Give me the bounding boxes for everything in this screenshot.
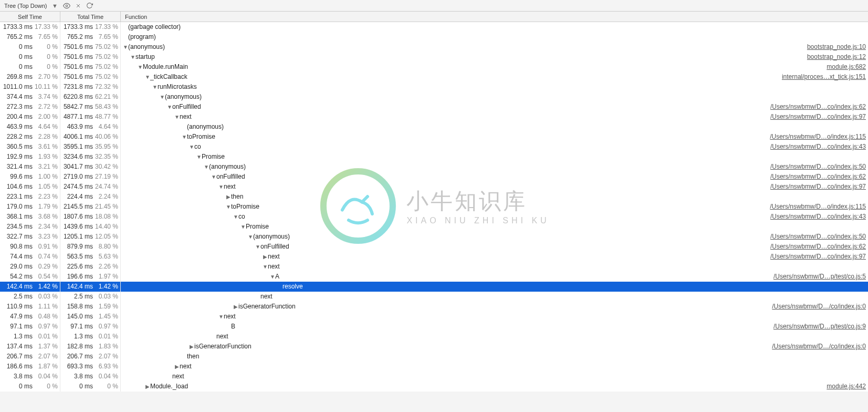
disclosure-triangle-icon[interactable]: ▼ (218, 312, 224, 322)
tree-row[interactable]: 179.0 ms1.79 %2145.5 ms21.45 %▼toPromise… (0, 202, 868, 212)
tree-row[interactable]: 186.6 ms1.87 %693.3 ms6.93 %▶next (0, 362, 868, 372)
disclosure-triangle-icon[interactable]: ▼ (211, 172, 216, 182)
tree-row[interactable]: 223.1 ms2.23 %224.4 ms2.24 %▶then (0, 192, 868, 202)
tree-row[interactable]: 47.9 ms0.48 %145.0 ms1.45 %▼next (0, 312, 868, 322)
tree-row[interactable]: 110.9 ms1.11 %158.8 ms1.59 %▶isGenerator… (0, 302, 868, 312)
source-link[interactable]: bootstrap_node.js:12 (807, 52, 866, 62)
eye-icon[interactable] (63, 2, 70, 9)
tree-row[interactable]: 0 ms0 %0 ms0 %▶Module._loadmodule.js:442 (0, 382, 868, 392)
tree-row[interactable]: 0 ms0 %7501.6 ms75.02 %▼Module.runMainmo… (0, 62, 868, 72)
tree-row[interactable]: 321.4 ms3.21 %3041.7 ms30.42 %▼(anonymou… (0, 162, 868, 172)
source-link[interactable]: module.js:682 (827, 62, 866, 72)
disclosure-triangle-icon[interactable]: ▼ (182, 132, 187, 142)
col-self-time[interactable]: Self Time (0, 12, 60, 22)
source-link[interactable]: /Users/nswbmw/D…o/index.js:115 (770, 132, 866, 142)
tree-row[interactable]: 137.4 ms1.37 %182.8 ms1.83 %▶isGenerator… (0, 342, 868, 352)
disclosure-triangle-icon[interactable]: ▼ (160, 92, 165, 102)
source-link[interactable]: /Users/nswbmw/D…p/test/co.js:5 (773, 272, 866, 282)
tree-row[interactable]: 206.7 ms2.07 %206.7 ms2.07 %then (0, 352, 868, 362)
disclosure-triangle-icon[interactable]: ▶ (226, 192, 231, 202)
source-link[interactable]: bootstrap_node.js:10 (807, 42, 866, 52)
tree-row[interactable]: 54.2 ms0.54 %196.6 ms1.97 %▼A/Users/nswb… (0, 272, 868, 282)
tree-row[interactable]: 104.6 ms1.05 %2474.5 ms24.74 %▼next/User… (0, 182, 868, 192)
source-link[interactable]: internal/proces…xt_tick.js:151 (782, 72, 866, 82)
tree-row[interactable]: 99.6 ms1.00 %2719.0 ms27.19 %▼onFulfille… (0, 172, 868, 182)
tree-row[interactable]: 368.1 ms3.68 %1807.6 ms18.08 %▼co/Users/… (0, 212, 868, 222)
disclosure-triangle-icon[interactable]: ▼ (123, 42, 128, 52)
source-link[interactable]: /Users/nswbmw/D…co/index.js:43 (770, 212, 866, 222)
source-link[interactable]: /Users/nswbmw/D…p/test/co.js:9 (773, 322, 866, 332)
tree-row[interactable]: 200.4 ms2.00 %4877.1 ms48.77 %▼next/User… (0, 112, 868, 122)
disclosure-triangle-icon[interactable]: ▼ (152, 82, 158, 92)
disclosure-triangle-icon[interactable]: ▼ (270, 272, 275, 282)
col-function[interactable]: Function (121, 12, 868, 22)
col-total-time[interactable]: Total Time (60, 12, 121, 22)
tree-row[interactable]: 234.5 ms2.34 %1439.6 ms14.40 %▼Promise (0, 222, 868, 232)
disclosure-triangle-icon[interactable]: ▼ (248, 232, 253, 242)
dropdown-icon[interactable]: ▼ (51, 2, 59, 9)
disclosure-triangle-icon[interactable]: ▼ (189, 142, 194, 152)
tree-row[interactable]: 2.5 ms0.03 %2.5 ms0.03 %next (0, 292, 868, 302)
disclosure-triangle-icon[interactable]: ▼ (145, 72, 150, 82)
tree-row[interactable]: 29.0 ms0.29 %225.6 ms2.26 %▼next (0, 262, 868, 272)
source-link[interactable]: /Users/nswbmw/D…/co/index.js:0 (772, 342, 866, 352)
tree-row[interactable]: 0 ms0 %7501.6 ms75.02 %▼startupbootstrap… (0, 52, 868, 62)
source-link[interactable]: /Users/nswbmw/D…co/index.js:62 (770, 102, 866, 112)
tree-row[interactable]: 374.4 ms3.74 %6220.8 ms62.21 %▼(anonymou… (0, 92, 868, 102)
disclosure-triangle-icon[interactable]: ▼ (167, 102, 172, 112)
source-link[interactable]: /Users/nswbmw/D…co/index.js:50 (770, 162, 866, 172)
disclosure-triangle-icon[interactable]: ▼ (130, 52, 135, 62)
self-ms: 0 ms (2, 42, 33, 52)
disclosure-triangle-icon[interactable]: ▼ (255, 242, 260, 252)
tree-row[interactable]: 90.8 ms0.91 %879.9 ms8.80 %▼onFulfilled/… (0, 242, 868, 252)
disclosure-triangle-icon[interactable]: ▶ (233, 302, 238, 312)
tree-row[interactable]: 1733.3 ms17.33 %1733.3 ms17.33 %(garbage… (0, 22, 868, 32)
tree-row[interactable]: 192.9 ms1.93 %3234.6 ms32.35 %▼Promise (0, 152, 868, 162)
refresh-icon[interactable] (86, 2, 93, 9)
source-link[interactable]: /Users/nswbmw/D…co/index.js:97 (770, 182, 866, 192)
source-link[interactable]: /Users/nswbmw/D…co/index.js:62 (770, 172, 866, 182)
tree-row[interactable]: 0 ms0 %7501.6 ms75.02 %▼(anonymous)boots… (0, 42, 868, 52)
tree-row[interactable]: 3.8 ms0.04 %3.8 ms0.04 %next (0, 372, 868, 382)
tree-row[interactable]: 1.3 ms0.01 %1.3 ms0.01 %next (0, 332, 868, 342)
tree-row[interactable]: 765.2 ms7.65 %765.2 ms7.65 %(program) (0, 32, 868, 42)
disclosure-triangle-icon[interactable]: ▼ (263, 262, 268, 272)
disclosure-triangle-icon[interactable]: ▶ (263, 252, 268, 262)
tree-row[interactable]: 1011.0 ms10.11 %7231.8 ms72.32 %▼runMicr… (0, 82, 868, 92)
tree-row[interactable]: 272.3 ms2.72 %5842.7 ms58.43 %▼onFulfill… (0, 102, 868, 112)
disclosure-triangle-icon[interactable]: ▼ (174, 112, 180, 122)
disclosure-triangle-icon[interactable]: ▼ (226, 202, 231, 212)
source-link[interactable]: /Users/nswbmw/D…co/index.js:62 (770, 242, 866, 252)
source-link[interactable]: /Users/nswbmw/D…co/index.js:97 (770, 252, 866, 262)
source-link[interactable]: module.js:442 (827, 382, 866, 392)
source-link[interactable]: /Users/nswbmw/D…co/index.js:43 (770, 142, 866, 152)
source-link[interactable]: /Users/nswbmw/D…co/index.js:50 (770, 232, 866, 242)
tree-row[interactable]: 463.9 ms4.64 %463.9 ms4.64 %(anonymous) (0, 122, 868, 132)
tree-row[interactable]: 228.2 ms2.28 %4006.1 ms40.06 %▼toPromise… (0, 132, 868, 142)
disclosure-triangle-icon[interactable]: ▼ (218, 182, 224, 192)
close-icon[interactable] (75, 2, 82, 9)
disclosure-triangle-icon[interactable]: ▼ (233, 212, 238, 222)
disclosure-triangle-icon[interactable]: ▶ (145, 382, 150, 392)
disclosure-triangle-icon[interactable]: ▶ (174, 362, 180, 372)
disclosure-triangle-icon[interactable]: ▼ (138, 62, 143, 72)
view-mode-label[interactable]: Tree (Top Down) (4, 3, 47, 9)
source-link[interactable]: /Users/nswbmw/D…co/index.js:97 (770, 112, 866, 122)
disclosure-triangle-icon[interactable]: ▼ (196, 152, 202, 162)
disclosure-triangle-icon[interactable]: ▶ (189, 342, 194, 352)
tree-row[interactable]: 360.5 ms3.61 %3595.1 ms35.95 %▼co/Users/… (0, 142, 868, 152)
tree-row[interactable]: 97.1 ms0.97 %97.1 ms0.97 %B/Users/nswbmw… (0, 322, 868, 332)
disclosure-triangle-icon[interactable]: ▼ (240, 222, 246, 232)
total-ms: 145.0 ms (62, 312, 93, 322)
tree-row[interactable]: 269.8 ms2.70 %7501.6 ms75.02 %▼_tickCall… (0, 72, 868, 82)
tree-row[interactable]: 322.7 ms3.23 %1205.1 ms12.05 %▼(anonymou… (0, 232, 868, 242)
source-link[interactable]: /Users/nswbmw/D…/co/index.js:0 (772, 302, 866, 312)
source-link[interactable]: /Users/nswbmw/D…o/index.js:115 (770, 202, 866, 212)
tree-row[interactable]: 74.4 ms0.74 %563.5 ms5.63 %▶next/Users/n… (0, 252, 868, 262)
cell-self-time: 179.0 ms1.79 % (0, 202, 60, 212)
function-name: co (238, 212, 245, 222)
self-pct: 1.93 % (35, 152, 58, 162)
disclosure-triangle-icon[interactable]: ▼ (204, 162, 209, 172)
tree-row[interactable]: 142.4 ms1.42 %142.4 ms1.42 %resolve (0, 282, 868, 292)
total-pct: 75.02 % (95, 72, 118, 82)
